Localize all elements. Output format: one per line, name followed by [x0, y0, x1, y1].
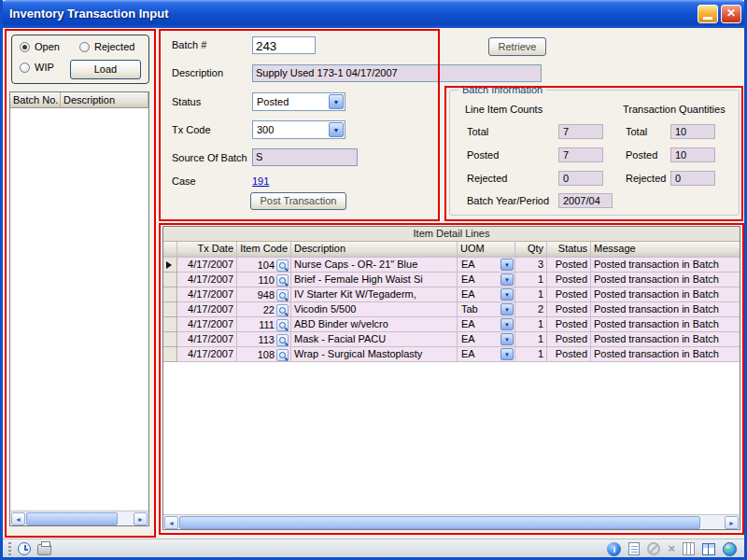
row-selector-cell[interactable] — [163, 258, 177, 273]
close-button[interactable]: ✕ — [721, 5, 741, 23]
item-lookup-icon[interactable] — [276, 349, 289, 361]
uom-dropdown-button[interactable]: ▼ — [500, 318, 514, 330]
cell-qty[interactable]: 3 — [515, 258, 547, 273]
detail-row[interactable]: 4/17/2007108Wrap - Surgical MastoplastyE… — [163, 347, 740, 362]
chevron-down-icon[interactable]: ▼ — [329, 94, 344, 109]
cell-qty[interactable]: 1 — [515, 273, 547, 287]
cell-description[interactable]: IV Starter Kit W/Tegaderm, — [291, 287, 458, 302]
cell-uom[interactable]: EA▼ — [458, 347, 515, 362]
detail-hscrollbar[interactable]: ◄ ► — [163, 514, 740, 529]
post-transaction-button[interactable]: Post Transaction — [250, 192, 346, 210]
cell-uom[interactable]: EA▼ — [458, 317, 515, 332]
cell-description[interactable]: Nurse Caps - OR- 21" Blue — [291, 258, 458, 273]
cell-tx-date[interactable]: 4/17/2007 — [177, 302, 237, 317]
radio-wip[interactable] — [20, 63, 30, 73]
cell-qty[interactable]: 1 — [515, 287, 547, 302]
row-selector-cell[interactable] — [163, 302, 177, 317]
cell-item-code[interactable]: 113 — [237, 332, 291, 347]
cell-qty[interactable]: 1 — [515, 317, 547, 332]
scroll-left-icon[interactable]: ◄ — [164, 516, 178, 529]
item-lookup-icon[interactable] — [276, 259, 289, 272]
cell-uom[interactable]: EA▼ — [458, 287, 515, 302]
cell-tx-date[interactable]: 4/17/2007 — [177, 347, 237, 362]
retrieve-button[interactable]: Retrieve — [488, 37, 546, 56]
detail-row[interactable]: 4/17/200722Vicodin 5/500Tab▼2PostedPoste… — [163, 302, 740, 317]
batch-number-input[interactable] — [252, 36, 316, 54]
delete-icon[interactable]: × — [668, 542, 675, 555]
cell-item-code[interactable]: 948 — [237, 287, 291, 302]
cell-item-code[interactable]: 110 — [237, 273, 291, 287]
item-code-value: 110 — [258, 274, 275, 286]
document-icon[interactable] — [628, 542, 640, 555]
uom-dropdown-button[interactable]: ▼ — [500, 288, 514, 301]
row-selector-cell[interactable] — [163, 347, 177, 362]
cell-item-code[interactable]: 108 — [237, 347, 291, 362]
item-lookup-icon[interactable] — [276, 289, 289, 301]
minimize-button[interactable] — [698, 5, 718, 23]
cell-qty[interactable]: 1 — [515, 347, 547, 362]
cell-tx-date[interactable]: 4/17/2007 — [177, 258, 237, 273]
cell-item-code[interactable]: 22 — [237, 302, 291, 317]
detail-row[interactable]: 4/17/2007110Brief - Female High Waist Si… — [163, 273, 740, 287]
scrollbar-thumb[interactable] — [179, 516, 700, 529]
row-selector-cell[interactable] — [163, 273, 177, 287]
uom-dropdown-button[interactable]: ▼ — [500, 348, 514, 360]
info-icon[interactable]: i — [607, 542, 621, 556]
cell-uom[interactable]: EA▼ — [458, 258, 515, 273]
uom-dropdown-button[interactable]: ▼ — [500, 259, 514, 271]
scroll-right-icon[interactable]: ► — [134, 512, 148, 525]
cell-uom[interactable]: EA▼ — [458, 273, 515, 287]
cell-item-code[interactable]: 111 — [237, 317, 291, 332]
status-combobox[interactable]: Posted ▼ — [252, 92, 345, 111]
detail-row[interactable]: 4/17/2007111ABD Binder w/velcroEA▼1Poste… — [163, 317, 740, 332]
globe-icon[interactable] — [723, 542, 737, 556]
cell-uom[interactable]: EA▼ — [458, 332, 515, 347]
radio-rejected[interactable] — [79, 42, 90, 52]
detail-row[interactable]: 4/17/2007113Mask - Facial PACUEA▼1Posted… — [163, 332, 740, 347]
cell-description[interactable]: Mask - Facial PACU — [291, 332, 458, 347]
item-lookup-icon[interactable] — [276, 304, 289, 316]
grid-icon[interactable] — [702, 543, 715, 555]
print-icon[interactable] — [37, 544, 51, 555]
detail-row[interactable]: 4/17/2007948IV Starter Kit W/Tegaderm,EA… — [163, 287, 740, 302]
chevron-down-icon[interactable]: ▼ — [329, 122, 344, 137]
tx-code-combobox[interactable]: 300 ▼ — [252, 120, 345, 139]
batch-list-hscrollbar[interactable]: ◄ ► — [10, 511, 148, 525]
item-detail-grid[interactable]: Item Detail Lines Tx DateItem CodeDescri… — [162, 226, 740, 530]
cell-item-code[interactable]: 104 — [237, 258, 291, 273]
cell-tx-date[interactable]: 4/17/2007 — [177, 273, 237, 287]
item-lookup-icon[interactable] — [276, 334, 289, 346]
cell-description[interactable]: Vicodin 5/500 — [291, 302, 458, 317]
cell-tx-date[interactable]: 4/17/2007 — [177, 287, 237, 302]
cell-description[interactable]: Wrap - Surgical Mastoplasty — [291, 347, 458, 362]
uom-dropdown-button[interactable]: ▼ — [500, 273, 514, 286]
item-lookup-icon[interactable] — [276, 274, 289, 287]
scrollbar-thumb[interactable] — [26, 512, 118, 525]
cell-tx-date[interactable]: 4/17/2007 — [177, 317, 237, 332]
radio-open[interactable] — [20, 42, 30, 52]
cell-description[interactable]: ABD Binder w/velcro — [291, 317, 458, 332]
clock-icon[interactable] — [18, 542, 31, 555]
uom-dropdown-button[interactable]: ▼ — [500, 303, 514, 315]
window-titlebar[interactable]: Inventory Transaction Input ✕ — [0, 0, 747, 28]
scroll-right-icon[interactable]: ► — [725, 516, 739, 529]
batch-list[interactable]: Batch No. Description ◄ ► — [9, 91, 149, 526]
row-selector-cell[interactable] — [163, 332, 177, 347]
item-lookup-icon[interactable] — [276, 319, 289, 331]
row-selector-cell[interactable] — [163, 287, 177, 302]
cell-uom[interactable]: Tab▼ — [458, 302, 515, 317]
cell-tx-date[interactable]: 4/17/2007 — [177, 332, 237, 347]
uom-dropdown-button[interactable]: ▼ — [500, 333, 514, 345]
cell-description[interactable]: Brief - Female High Waist Si — [291, 273, 458, 287]
case-link[interactable]: 191 — [252, 175, 269, 187]
scroll-left-icon[interactable]: ◄ — [11, 512, 25, 525]
cancel-icon[interactable] — [647, 542, 660, 555]
columns-icon[interactable] — [683, 542, 695, 555]
cell-qty[interactable]: 2 — [515, 302, 547, 317]
row-selector-cell[interactable] — [163, 317, 177, 332]
status-label: Status — [172, 96, 201, 107]
load-button[interactable]: Load — [70, 60, 141, 79]
toolbar-grip-icon[interactable] — [8, 542, 11, 555]
detail-row[interactable]: 4/17/2007104Nurse Caps - OR- 21" BlueEA▼… — [163, 258, 740, 273]
cell-qty[interactable]: 1 — [515, 332, 547, 347]
